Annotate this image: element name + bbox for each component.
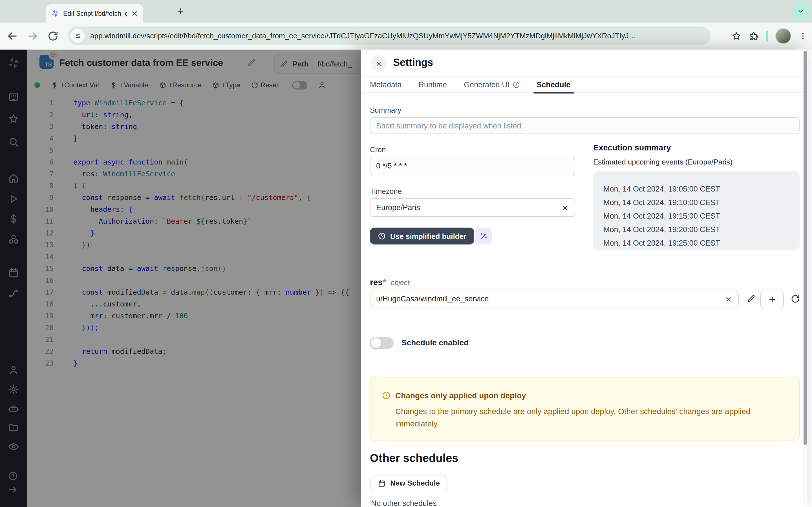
- modal-dim-overlay[interactable]: [0, 50, 361, 507]
- execution-summary-subtitle: Estimated upcoming events (Europe/Paris): [593, 158, 732, 166]
- new-schedule-button[interactable]: New Schedule: [370, 475, 447, 491]
- close-icon: [375, 60, 382, 67]
- settings-panel: Settings MetadataRuntimeGenerated UISche…: [361, 50, 808, 507]
- alert-circle-icon: [382, 391, 391, 400]
- schedule-enabled-label: Schedule enabled: [402, 338, 469, 347]
- timezone-clear-icon[interactable]: [561, 204, 569, 212]
- scrollbar-thumb[interactable]: [804, 51, 807, 445]
- simplified-builder-label: Use simplified builder: [390, 232, 466, 240]
- cron-value: 0 */5 * * *: [376, 162, 407, 170]
- close-settings-button[interactable]: [370, 55, 387, 71]
- tab-runtime[interactable]: Runtime: [419, 76, 447, 93]
- upcoming-event: Mon, 14 Oct 2024, 19:15:00 CEST: [603, 210, 800, 223]
- clock-icon: [378, 232, 386, 240]
- upcoming-event: Mon, 14 Oct 2024, 19:20:00 CEST: [603, 223, 800, 237]
- tab-metadata[interactable]: Metadata: [370, 76, 402, 93]
- magic-wand-icon: [479, 232, 488, 240]
- timezone-label: Timezone: [370, 187, 402, 195]
- res-field-type: object: [391, 279, 410, 287]
- cron-input[interactable]: 0 */5 * * *: [370, 157, 575, 175]
- required-mark: *: [383, 277, 386, 287]
- tab-schedule[interactable]: Schedule: [537, 76, 570, 93]
- panel-scrollbar[interactable]: [803, 50, 808, 507]
- info-icon: [512, 81, 520, 88]
- upcoming-event: Mon, 14 Oct 2024, 19:05:00 CEST: [603, 182, 800, 196]
- no-other-schedules-text: No other schedules: [371, 499, 437, 507]
- extension-pin-indicator: [766, 31, 768, 42]
- address-bar[interactable]: app.windmill.dev/scripts/edit/f/bd/fetch…: [68, 26, 711, 45]
- new-schedule-label: New Schedule: [390, 479, 440, 487]
- upcoming-event: Mon, 14 Oct 2024, 19:25:00 CEST: [603, 237, 800, 250]
- url-text: app.windmill.dev/scripts/edit/f/bd/fetch…: [90, 32, 636, 40]
- settings-tabs: MetadataRuntimeGenerated UISchedule: [361, 76, 808, 93]
- summary-input[interactable]: Short summary to be displayed when liste…: [370, 117, 800, 134]
- tab-close-icon[interactable]: [131, 9, 139, 17]
- tune-icon: [73, 32, 82, 40]
- summary-label: Summary: [370, 106, 401, 114]
- tab-search-button[interactable]: [793, 3, 809, 19]
- upcoming-events-box: Mon, 14 Oct 2024, 19:05:00 CESTMon, 14 O…: [593, 171, 800, 250]
- res-input[interactable]: u/HugoCasa/windmill_ee_service: [370, 290, 739, 308]
- res-add-button[interactable]: [760, 290, 784, 309]
- warning-body: Changes to the primary schedule are only…: [395, 405, 776, 430]
- summary-placeholder: Short summary to be displayed when liste…: [376, 121, 521, 130]
- reload-button[interactable]: [47, 31, 59, 42]
- timezone-value: Europe/Paris: [376, 203, 420, 212]
- back-button[interactable]: [7, 31, 18, 42]
- site-settings-button[interactable]: [70, 29, 85, 43]
- res-edit-pencil-icon[interactable]: [747, 294, 756, 303]
- res-field-header: res*object: [370, 277, 409, 287]
- windmill-favicon: [51, 9, 59, 17]
- res-clear-icon[interactable]: [725, 295, 732, 303]
- deploy-warning-box: Changes only applied upon deploy Changes…: [370, 377, 800, 441]
- upcoming-event: Mon, 14 Oct 2024, 19:10:00 CEST: [603, 196, 800, 210]
- bookmark-star-icon[interactable]: [731, 31, 742, 41]
- new-tab-button[interactable]: [176, 7, 185, 16]
- res-refresh-icon[interactable]: [791, 294, 800, 304]
- settings-title: Settings: [393, 57, 433, 69]
- browser-tab-strip: Edit Script f/bd/fetch_custom: [0, 0, 812, 22]
- chevron-down-icon: [797, 7, 805, 15]
- browser-tab[interactable]: Edit Script f/bd/fetch_custom: [46, 4, 143, 22]
- res-field-name: res: [370, 277, 383, 287]
- execution-summary-title: Execution summary: [593, 143, 671, 152]
- simplified-builder-button[interactable]: Use simplified builder: [370, 228, 474, 244]
- windmill-app-window: Edit Script f/bd/fetch_custom app.windmi…: [0, 0, 812, 507]
- plus-icon: [768, 295, 776, 304]
- schedule-enabled-toggle[interactable]: [370, 337, 394, 349]
- extensions-puzzle-icon[interactable]: [749, 31, 759, 41]
- warning-title: Changes only applied upon deploy: [395, 391, 526, 400]
- browser-toolbar: app.windmill.dev/scripts/edit/f/bd/fetch…: [0, 22, 812, 50]
- cron-label: Cron: [370, 145, 386, 154]
- calendar-icon: [378, 479, 386, 487]
- browser-menu-button[interactable]: [799, 32, 808, 41]
- tab-title: Edit Script f/bd/fetch_custom: [63, 10, 127, 17]
- tab-generated-ui[interactable]: Generated UI: [464, 76, 520, 93]
- profile-avatar[interactable]: [775, 28, 791, 44]
- res-value: u/HugoCasa/windmill_ee_service: [376, 295, 489, 303]
- forward-button[interactable]: [27, 31, 38, 42]
- ai-cron-button[interactable]: [475, 228, 492, 244]
- timezone-input[interactable]: Europe/Paris: [370, 198, 575, 217]
- other-schedules-title: Other schedules: [370, 452, 458, 465]
